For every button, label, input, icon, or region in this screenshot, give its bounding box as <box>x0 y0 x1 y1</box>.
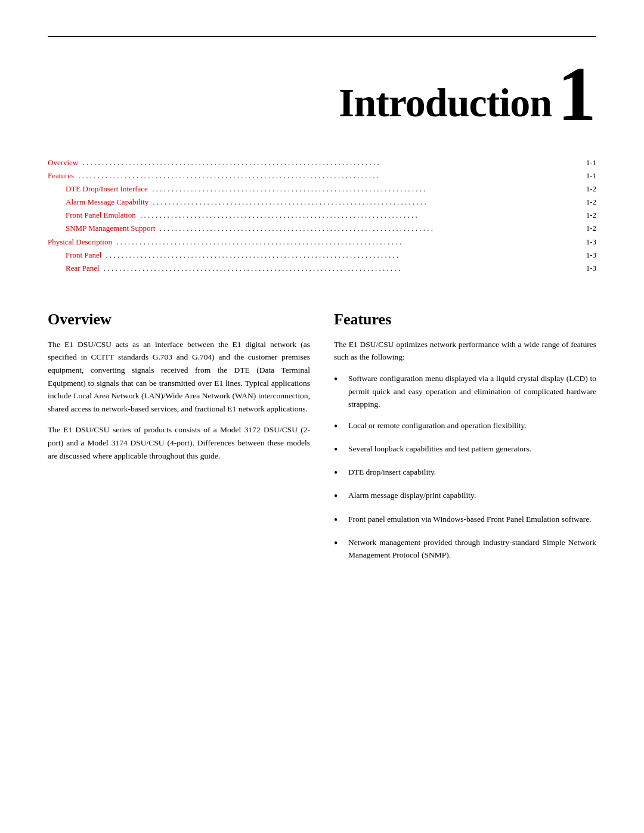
feature-text: Local or remote configuration and operat… <box>348 419 596 432</box>
list-item: • Alarm message display/print capability… <box>334 489 596 504</box>
bullet-icon: • <box>334 419 346 434</box>
bullet-icon: • <box>334 466 346 481</box>
toc-item: Front Panel Emulation . . . . . . . . . … <box>48 209 596 222</box>
toc-link-frontpanel[interactable]: Front Panel Emulation <box>66 209 136 222</box>
toc-link-frontpanel2[interactable]: Front Panel <box>66 249 101 262</box>
bullet-icon: • <box>334 372 346 387</box>
toc-item: Features . . . . . . . . . . . . . . . .… <box>48 169 596 182</box>
toc-item: Rear Panel . . . . . . . . . . . . . . .… <box>48 262 596 275</box>
toc-item: Front Panel . . . . . . . . . . . . . . … <box>48 249 596 262</box>
bullet-icon: • <box>334 513 346 528</box>
features-list: • Software configuration menu displayed … <box>334 372 596 562</box>
bullet-icon: • <box>334 489 346 504</box>
content-area: Overview The E1 DSU/CSU acts as an inter… <box>0 293 644 570</box>
chapter-header: Introduction 1 <box>0 37 644 150</box>
toc-link-alarm[interactable]: Alarm Message Capability <box>66 196 148 209</box>
toc-item: Alarm Message Capability . . . . . . . .… <box>48 196 596 209</box>
list-item: • Several loopback capabilities and test… <box>334 442 596 457</box>
features-intro: The E1 DSU/CSU optimizes network perform… <box>334 338 596 364</box>
features-section: Features The E1 DSU/CSU optimizes networ… <box>334 305 596 570</box>
toc-link-rearpanel[interactable]: Rear Panel <box>66 262 100 275</box>
list-item: • Software configuration menu displayed … <box>334 372 596 411</box>
feature-text: Alarm message display/print capability. <box>348 489 596 502</box>
bullet-icon: • <box>334 536 346 551</box>
list-item: • DTE drop/insert capability. <box>334 466 596 481</box>
toc-item: DTE Drop/Insert Interface . . . . . . . … <box>48 182 596 196</box>
toc-link-snmp[interactable]: SNMP Management Support <box>66 222 155 235</box>
toc-item: Overview . . . . . . . . . . . . . . . .… <box>48 156 596 169</box>
toc-link-overview[interactable]: Overview <box>48 156 78 169</box>
page: Introduction 1 Overview . . . . . . . . … <box>0 36 644 833</box>
toc-link-physical[interactable]: Physical Description <box>48 236 112 249</box>
chapter-title: Introduction <box>339 79 552 126</box>
overview-section: Overview The E1 DSU/CSU acts as an inter… <box>48 305 310 570</box>
features-title: Features <box>334 311 596 329</box>
toc-item: SNMP Management Support . . . . . . . . … <box>48 222 596 235</box>
overview-paragraph2: The E1 DSU/CSU series of products consis… <box>48 423 310 462</box>
overview-paragraph1: The E1 DSU/CSU acts as an interface betw… <box>48 338 310 416</box>
feature-text: Several loopback capabilities and test p… <box>348 442 596 456</box>
toc-link-dte[interactable]: DTE Drop/Insert Interface <box>66 182 148 196</box>
list-item: • Network management provided through in… <box>334 536 596 562</box>
list-item: • Front panel emulation via Windows-base… <box>334 513 596 528</box>
feature-text: Front panel emulation via Windows-based … <box>348 513 596 526</box>
feature-text: Software configuration menu displayed vi… <box>348 372 596 411</box>
chapter-number: 1 <box>558 55 596 132</box>
toc-item: Physical Description . . . . . . . . . .… <box>48 236 596 249</box>
list-item: • Local or remote configuration and oper… <box>334 419 596 434</box>
table-of-contents: Overview . . . . . . . . . . . . . . . .… <box>0 150 644 293</box>
feature-text: Network management provided through indu… <box>348 536 596 562</box>
toc-link-features[interactable]: Features <box>48 169 74 182</box>
feature-text: DTE drop/insert capability. <box>348 466 596 479</box>
overview-title: Overview <box>48 311 310 329</box>
bullet-icon: • <box>334 442 346 457</box>
